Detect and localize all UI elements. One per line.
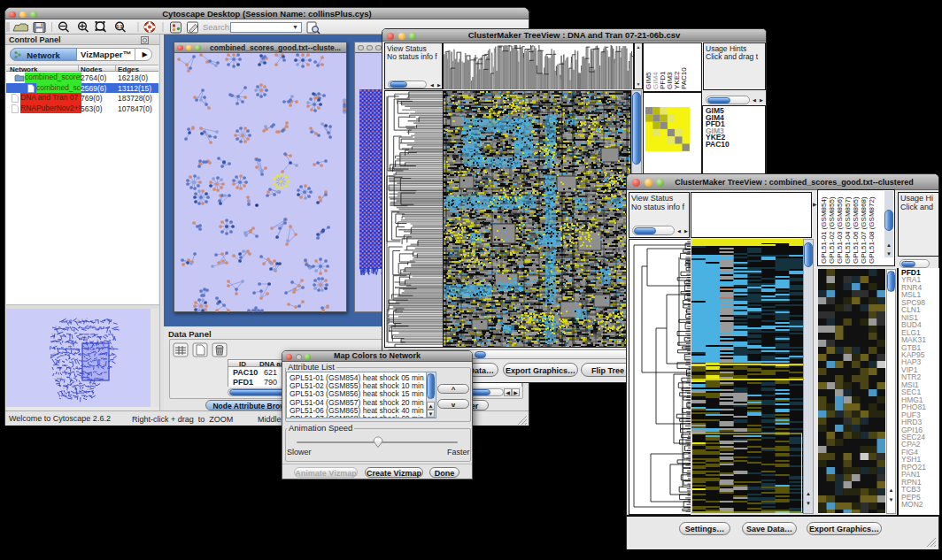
svg-text:GPL51-07 (GSM868): GPL51-07 (GSM868) (860, 196, 868, 264)
svg-text:GPL51-02 (GSM855): GPL51-02 (GSM855) (828, 196, 836, 264)
svg-text:GPL51-03 (GSM856): GPL51-03 (GSM856) (836, 196, 844, 264)
svg-text:GPL51-06 (GSM865): GPL51-06 (GSM865) (852, 196, 860, 264)
svg-text:GPL51-08 (GSM872): GPL51-08 (GSM872) (868, 196, 876, 264)
svg-text:GPL51-01 (GSM854): GPL51-01 (GSM854) (820, 196, 828, 264)
svg-text:1:1: 1:1 (117, 25, 123, 29)
svg-text:GPL51-04 (GSM857): GPL51-04 (GSM857) (844, 196, 852, 264)
